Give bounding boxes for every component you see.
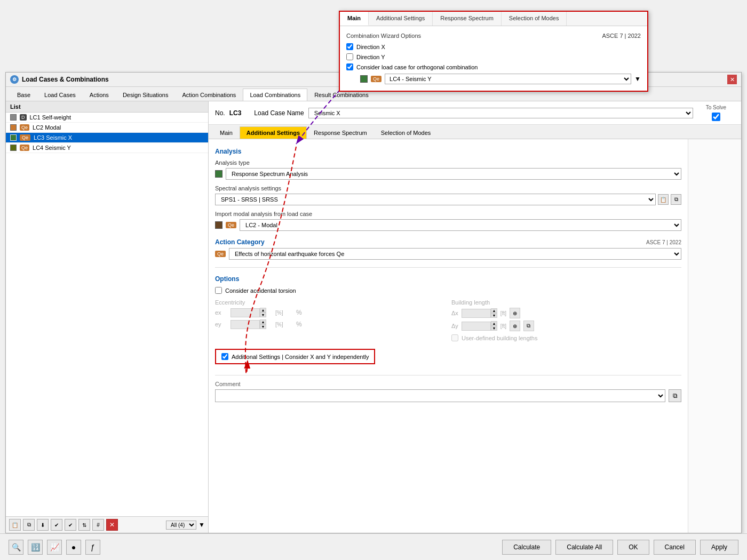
tab-action-combinations[interactable]: Action Combinations xyxy=(175,89,243,101)
tab-design-situations[interactable]: Design Situations xyxy=(116,89,176,101)
import-color xyxy=(215,221,222,229)
detail-tab-response[interactable]: Response Spectrum xyxy=(307,126,374,139)
import-button[interactable]: ⬇ xyxy=(37,519,49,531)
number-button[interactable]: # xyxy=(92,519,104,531)
new-item-button[interactable]: 📋 xyxy=(9,519,21,531)
cancel-button[interactable]: Cancel xyxy=(654,540,696,555)
floating-tab-additional[interactable]: Additional Settings xyxy=(369,12,433,26)
delete-button[interactable]: ✕ xyxy=(106,519,118,531)
func-icon-btn[interactable]: ƒ xyxy=(85,540,100,555)
floating-tab-main[interactable]: Main xyxy=(340,12,369,26)
analysis-title: Analysis xyxy=(215,148,681,155)
analysis-section: Analysis Analysis type Response Spectrum… xyxy=(215,148,681,231)
bottom-right-buttons: Calculate Calculate All OK Cancel Apply xyxy=(502,540,738,555)
tab-base[interactable]: Base xyxy=(10,89,37,101)
list-item[interactable]: D LC1 Self-weight xyxy=(6,113,208,123)
check1-button[interactable]: ✔ xyxy=(51,519,62,531)
lc-name-select[interactable]: Seismic X xyxy=(308,108,693,118)
graph-icon-btn[interactable]: 📈 xyxy=(47,540,62,555)
comment-copy-btn[interactable]: ⧉ xyxy=(669,389,681,402)
dy-btn2[interactable]: ⧉ xyxy=(523,321,534,331)
direction-y-checkbox[interactable] xyxy=(346,53,353,60)
floating-tab-response[interactable]: Response Spectrum xyxy=(433,12,502,26)
spectral-edit-btn[interactable]: 📋 xyxy=(658,194,669,205)
options-title: Options xyxy=(215,275,681,283)
analysis-color-swatch xyxy=(215,170,222,178)
detail-to-solve-column xyxy=(688,139,741,533)
calculate-all-button[interactable]: Calculate All xyxy=(555,540,613,555)
ey-pct-unit: [%] xyxy=(275,322,294,327)
action-category-section: Action Category ASCE 7 | 2022 Qe Effects… xyxy=(215,238,681,260)
sort-button[interactable]: ⇅ xyxy=(78,519,90,531)
consider-orthogonal-checkbox[interactable] xyxy=(346,63,353,70)
tab-load-combinations[interactable]: Load Combinations xyxy=(243,89,307,101)
list-item-selected[interactable]: Qe LC3 Seismic X xyxy=(6,133,208,143)
ex-row: ex ▲ ▼ [%] xyxy=(215,308,445,317)
item-badge-qe: Qe xyxy=(20,134,30,141)
duplicate-button[interactable]: ⧉ xyxy=(23,519,35,531)
additional-settings-checkbox[interactable] xyxy=(221,353,228,360)
ey-label: ey xyxy=(215,321,228,327)
lc-no-label: No. xyxy=(215,109,225,117)
options-section: Options Consider accidental torsion Ecce… xyxy=(215,267,681,364)
dy-label: Δy xyxy=(451,323,458,329)
apply-button[interactable]: Apply xyxy=(700,540,738,555)
action-category-select[interactable]: Effects of horizontal earthquake forces … xyxy=(229,248,681,260)
analysis-type-row: Response Spectrum Analysis xyxy=(215,168,681,180)
spectral-select[interactable]: SPS1 - SRSS | SRSS xyxy=(215,194,656,205)
detail-tab-main[interactable]: Main xyxy=(213,126,240,139)
calculate-button[interactable]: Calculate xyxy=(502,540,551,555)
search-icon-btn[interactable]: 🔍 xyxy=(9,540,23,555)
calc-icon-btn[interactable]: 🔢 xyxy=(28,540,43,555)
user-defined-row: User-defined building lengths xyxy=(451,334,681,341)
dy-btn1[interactable]: ⊕ xyxy=(510,321,520,331)
floating-panel-tabs: Main Additional Settings Response Spectr… xyxy=(340,12,647,26)
list-item[interactable]: Qe LC2 Modal xyxy=(6,123,208,133)
lc-no-value: LC3 xyxy=(229,109,242,117)
ex-input xyxy=(231,308,260,317)
asce-label: ASCE 7 | 2022 xyxy=(646,239,681,245)
check2-button[interactable]: ✔ xyxy=(65,519,76,531)
torsion-checkbox[interactable] xyxy=(215,287,222,294)
lc4-select[interactable]: LC4 - Seismic Y xyxy=(385,74,631,84)
tab-load-cases[interactable]: Load Cases xyxy=(37,89,83,101)
dx-btn1[interactable]: ⊕ xyxy=(510,308,520,318)
import-label: Import modal analysis from load case xyxy=(215,211,681,217)
dx-spinners: ▲ ▼ xyxy=(491,308,497,318)
item-name: LC3 Seismic X xyxy=(34,134,72,141)
detail-tab-additional[interactable]: Additional Settings xyxy=(240,126,307,139)
spectral-label: Spectral analysis settings xyxy=(215,185,681,191)
item-name: LC4 Seismic Y xyxy=(33,145,71,151)
torsion-row: Consider accidental torsion xyxy=(215,287,681,294)
dot-icon-btn[interactable]: ● xyxy=(66,540,81,555)
detail-tabs: Main Additional Settings Response Spectr… xyxy=(209,125,741,139)
dy-ft-unit: [ft] xyxy=(500,323,506,329)
detail-tab-modes[interactable]: Selection of Modes xyxy=(374,126,438,139)
dx-input xyxy=(462,309,491,318)
item-color xyxy=(10,124,17,131)
dy-input-group: ▲ ▼ xyxy=(462,321,497,331)
list-panel: List D LC1 Self-weight Qe LC2 Modal xyxy=(6,101,209,533)
comment-select[interactable] xyxy=(215,389,665,402)
torsion-label: Consider accidental torsion xyxy=(225,287,296,294)
import-select[interactable]: LC2 - Modal xyxy=(240,219,681,231)
list-item[interactable]: Qe LC4 Seismic Y xyxy=(6,143,208,153)
main-dialog: ⚙ Load Cases & Combinations ✕ Base Load … xyxy=(5,72,742,533)
spectral-copy-btn[interactable]: ⧉ xyxy=(671,194,681,205)
action-category-header: Action Category ASCE 7 | 2022 xyxy=(215,238,681,246)
ex-spinners: ▲ ▼ xyxy=(260,308,266,317)
direction-x-checkbox[interactable] xyxy=(346,43,353,50)
action-category-row: Qe Effects of horizontal earthquake forc… xyxy=(215,248,681,260)
action-category-title: Action Category xyxy=(215,238,265,246)
to-solve-checkbox[interactable] xyxy=(712,113,720,121)
to-solve-label: To Solve xyxy=(706,105,726,110)
import-row: Qe LC2 - Modal xyxy=(215,219,681,231)
floating-tab-modes[interactable]: Selection of Modes xyxy=(502,12,567,26)
item-color xyxy=(10,145,17,151)
app-icon: ⚙ xyxy=(10,75,19,84)
close-button[interactable]: ✕ xyxy=(727,75,737,84)
ok-button[interactable]: OK xyxy=(617,540,649,555)
list-filter-select[interactable]: All (4) xyxy=(166,521,196,530)
tab-actions[interactable]: Actions xyxy=(83,89,116,101)
analysis-type-select[interactable]: Response Spectrum Analysis xyxy=(226,168,681,180)
